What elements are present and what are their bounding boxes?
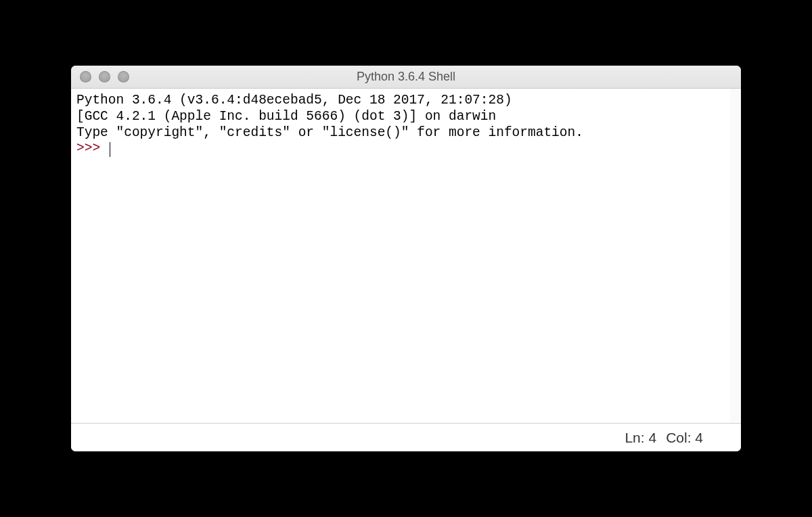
shell-output-line: [GCC 4.2.1 (Apple Inc. build 5666) (dot … — [76, 109, 725, 125]
zoom-button[interactable] — [118, 71, 129, 83]
shell-output-line: Python 3.6.4 (v3.6.4:d48ecebad5, Dec 18 … — [76, 93, 725, 109]
status-column-number: Col: 4 — [666, 430, 703, 446]
traffic-lights — [71, 71, 129, 83]
close-button[interactable] — [80, 71, 91, 83]
idle-shell-window: Python 3.6.4 Shell Python 3.6.4 (v3.6.4:… — [71, 66, 741, 451]
window-titlebar[interactable]: Python 3.6.4 Shell — [71, 66, 741, 89]
shell-text-area[interactable]: Python 3.6.4 (v3.6.4:d48ecebad5, Dec 18 … — [71, 89, 741, 423]
minimize-button[interactable] — [99, 71, 110, 83]
shell-prompt-line[interactable]: >>> — [76, 141, 725, 157]
prompt-symbol: >>> — [76, 141, 108, 156]
text-cursor — [110, 142, 111, 157]
status-line-number: Ln: 4 — [625, 430, 656, 446]
window-title: Python 3.6.4 Shell — [71, 70, 741, 84]
status-bar: Ln: 4 Col: 4 — [71, 423, 741, 451]
shell-output-line: Type "copyright", "credits" or "license(… — [76, 125, 725, 141]
